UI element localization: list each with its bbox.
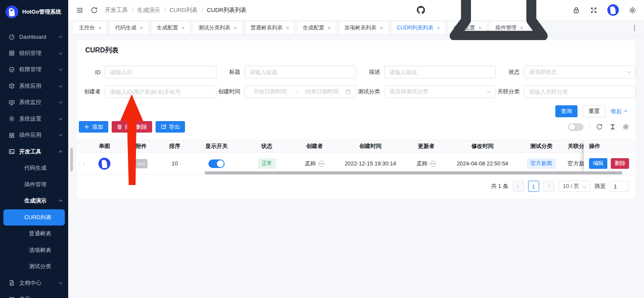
chevron-down-icon: [487, 89, 491, 93]
sidebar-item-normal-tree[interactable]: 普通树表: [0, 226, 68, 242]
id-input[interactable]: [105, 66, 217, 78]
jump-page-input[interactable]: [610, 181, 629, 192]
sidebar-item-plugin-app[interactable]: 插件应用: [0, 127, 68, 144]
sidebar-collapse-icon[interactable]: [76, 6, 84, 14]
created-date-range-picker[interactable]: 开始日期时间 → 结束日期时间: [245, 85, 356, 98]
tab-normal-tree-list[interactable]: 普通树表列表×: [246, 22, 294, 34]
striped-toggle[interactable]: [568, 123, 583, 131]
test-category-select[interactable]: 请选择测试分类: [384, 85, 496, 98]
delete-button[interactable]: 删除: [611, 158, 629, 169]
sidebar-item-permission[interactable]: 权限管理: [0, 61, 68, 78]
col-header: 创建时间: [338, 142, 402, 150]
display-switch-on[interactable]: [208, 159, 225, 168]
close-icon[interactable]: ×: [234, 25, 237, 31]
description-input[interactable]: [384, 66, 496, 78]
col-header: 附件: [123, 142, 159, 150]
close-icon[interactable]: ×: [327, 25, 331, 31]
sidebar: HotGo管理系统 Dashboard 组织管理 权限管理 系统应用 系统监控 …: [0, 0, 68, 298]
jump-label: 跳至: [595, 182, 606, 190]
breadcrumb-item[interactable]: CURD列表: [170, 6, 198, 14]
fullscreen-icon[interactable]: [590, 6, 598, 14]
reload-table-icon[interactable]: [596, 123, 603, 130]
sidebar-item-option-tree[interactable]: 选项树表: [0, 242, 68, 259]
creator-input[interactable]: [105, 85, 217, 98]
col-header: 关联分类: [568, 142, 584, 150]
sidebar-item-org[interactable]: 组织管理: [0, 45, 68, 62]
chevron-down-icon: [59, 35, 62, 38]
attachment-badge[interactable]: xlsx: [135, 159, 148, 168]
breadcrumb-item-current: CUDR列表列表: [207, 6, 246, 14]
next-page-button[interactable]: [543, 181, 554, 192]
lock-icon[interactable]: [572, 6, 580, 14]
tab-gen-config-2[interactable]: 生成配置×: [298, 22, 335, 34]
row-density-icon[interactable]: [609, 123, 616, 130]
breadcrumb-item[interactable]: 开发工具: [105, 6, 128, 14]
sidebar-item-test-category[interactable]: 测试分类: [0, 258, 68, 275]
close-icon[interactable]: ×: [98, 25, 102, 31]
sidebar-item-plugin-manage[interactable]: 插件管理: [0, 176, 68, 193]
prev-page-button[interactable]: [513, 181, 524, 192]
sidebar-item-about[interactable]: 关于: [0, 291, 68, 298]
sidebar-item-code-gen[interactable]: 代码生成: [0, 160, 68, 176]
info-square-icon: [8, 296, 15, 298]
horizontal-scrollbar[interactable]: [205, 171, 622, 174]
chevron-down-icon: [59, 100, 62, 104]
tab-gen-config-1[interactable]: 生成配置×: [152, 22, 190, 34]
sidebar-item-system-app[interactable]: 系统应用: [0, 78, 68, 95]
chevron-down-icon: [627, 69, 631, 74]
tab-overflow-chevron-icon[interactable]: [634, 25, 638, 31]
collapse-filters-link[interactable]: 收起: [611, 107, 627, 115]
tab-code-gen[interactable]: 代码生成×: [110, 22, 148, 34]
close-icon[interactable]: ×: [380, 25, 383, 31]
page-1-button[interactable]: 1: [528, 181, 539, 192]
curd-card: CURD列表 ID 标题 描述 状态 请选择状态 创建者 创建时间 开始日期时间…: [77, 40, 635, 199]
sidebar-item-dashboard[interactable]: Dashboard: [0, 29, 68, 45]
tab-test-category-list[interactable]: 测试分类列表×: [193, 22, 242, 34]
close-icon[interactable]: ×: [286, 25, 289, 31]
row-thumbnail-image[interactable]: [98, 158, 110, 170]
creator-name: 孟帅: [305, 160, 316, 168]
batch-delete-button[interactable]: 批量删除: [112, 121, 152, 133]
app-logo[interactable]: HotGo管理系统: [0, 0, 68, 24]
col-header-action: 操作: [584, 140, 635, 153]
user-info-icon[interactable]: •••: [318, 161, 324, 167]
drag-handle-icon[interactable]: ⋮⋮: [77, 160, 86, 167]
terminal-icon: [8, 148, 15, 155]
range-arrow-icon: →: [293, 89, 299, 95]
add-button[interactable]: 添加: [79, 121, 108, 133]
filter-label: 标题: [217, 68, 240, 76]
trash-icon: [117, 124, 122, 130]
filter-buttons: 查询 重置 收起: [77, 98, 635, 117]
chevron-right-icon: [546, 185, 550, 188]
sidebar-item-monitor[interactable]: 系统监控: [0, 94, 68, 111]
tab-option-tree-list[interactable]: 选项树表列表×: [340, 22, 388, 34]
column-settings-gear-icon[interactable]: [622, 123, 630, 130]
col-header: 单图: [86, 142, 123, 150]
relation-category-input[interactable]: [524, 85, 635, 98]
tab-console[interactable]: 主控台×: [74, 22, 106, 34]
close-icon[interactable]: ×: [140, 25, 143, 31]
status-badge: 正常: [258, 158, 276, 169]
search-button[interactable]: 查询: [555, 105, 578, 117]
user-avatar[interactable]: [607, 4, 619, 16]
page-size-select[interactable]: 10 / 页: [559, 181, 590, 192]
status-select[interactable]: 请选择状态: [524, 66, 635, 78]
sidebar-item-gen-demo[interactable]: 生成演示: [0, 193, 68, 209]
sidebar-item-curd-list[interactable]: CURD列表: [3, 209, 65, 226]
sidebar-item-doc-center[interactable]: 文档中心: [0, 275, 68, 292]
title-input[interactable]: [245, 66, 356, 78]
user-info-icon[interactable]: •••: [430, 161, 436, 167]
breadcrumb-item[interactable]: 生成演示: [137, 6, 160, 14]
export-button[interactable]: 导出: [156, 121, 185, 133]
refresh-page-icon[interactable]: [90, 6, 98, 14]
layout-settings-gear-icon[interactable]: [629, 6, 636, 14]
monitor-icon: [8, 99, 15, 106]
edit-button[interactable]: 编辑: [589, 158, 607, 169]
sidebar-item-dev-tools[interactable]: 开发工具: [0, 144, 68, 160]
github-icon[interactable]: [417, 6, 425, 14]
close-icon[interactable]: ×: [182, 25, 185, 31]
filter-label: 创建者: [77, 88, 101, 95]
sidebar-item-settings[interactable]: 系统设置: [0, 111, 68, 127]
scrollbar-thumb[interactable]: [70, 148, 73, 171]
reset-button[interactable]: 重置: [583, 105, 606, 117]
